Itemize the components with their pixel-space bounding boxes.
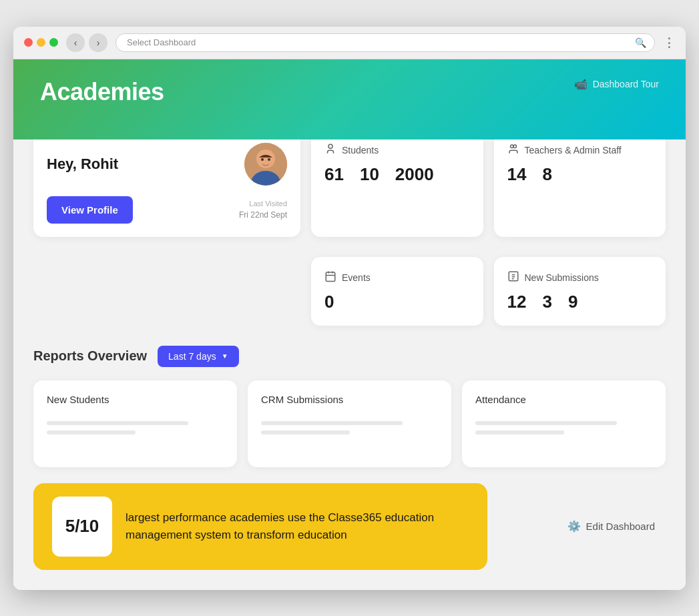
reports-section: Reports Overview Last 7 days ▼ New Stude…: [33, 346, 666, 467]
submissions-title: New Submissions: [525, 272, 599, 283]
students-header: Students: [324, 143, 470, 158]
search-icon: 🔍: [635, 37, 646, 48]
events-num-1: 0: [324, 292, 334, 312]
browser-window: ‹ › Select Dashboard 🔍 ⋮ Academies 📹 Das…: [13, 27, 686, 590]
svg-point-4: [261, 158, 264, 161]
close-button[interactable]: [24, 38, 33, 47]
svg-rect-9: [326, 272, 335, 282]
submissions-icon: [507, 270, 519, 285]
skeleton-line: [47, 430, 136, 434]
svg-point-8: [513, 145, 517, 148]
submissions-numbers: 12 3 9: [507, 292, 653, 312]
students-num-1: 61: [324, 164, 344, 185]
browser-chrome: ‹ › Select Dashboard 🔍 ⋮: [13, 27, 686, 59]
forward-button[interactable]: ›: [89, 33, 107, 52]
students-num-3: 2000: [395, 164, 434, 185]
app-body: Hey, Rohit: [13, 139, 686, 590]
gear-icon: ⚙️: [567, 520, 581, 533]
last-visited-date: Fri 22nd Sept: [239, 209, 287, 221]
profile-top: Hey, Rohit: [47, 143, 287, 186]
skeleton-line: [475, 430, 564, 434]
profile-bottom: View Profile Last Visited Fri 22nd Sept: [47, 196, 287, 224]
skeleton-lines-2: [261, 421, 438, 434]
bottom-section: 5/10 largest performance academies use t…: [33, 483, 666, 570]
students-title: Students: [342, 145, 379, 156]
avatar: [244, 143, 287, 186]
attendance-report-card: Attendance: [462, 380, 666, 467]
second-cards-row: Events 0: [33, 257, 666, 326]
chevron-down-icon: ▼: [222, 352, 228, 360]
skeleton-lines-1: [47, 421, 224, 434]
score-value: 5/10: [65, 516, 99, 537]
reports-title: Reports Overview: [33, 348, 147, 364]
reports-header: Reports Overview Last 7 days ▼: [33, 346, 666, 367]
skeleton-line: [475, 421, 617, 425]
skeleton-line: [47, 421, 188, 425]
events-icon: [324, 270, 336, 285]
svg-point-3: [258, 151, 274, 167]
new-students-report-card: New Students: [33, 380, 237, 467]
skeleton-lines-3: [475, 421, 652, 434]
edit-dashboard-button[interactable]: ⚙️ Edit Dashboard: [557, 513, 666, 539]
view-profile-button[interactable]: View Profile: [47, 196, 133, 224]
period-label: Last 7 days: [168, 351, 216, 362]
submissions-header: New Submissions: [507, 270, 653, 285]
banner-text: largest performance academies use the Cl…: [126, 509, 469, 543]
students-num-2: 10: [360, 164, 379, 185]
cards-row: Hey, Rohit: [33, 129, 666, 237]
skeleton-line: [261, 421, 403, 425]
report-cards-row: New Students CRM Submissions: [33, 380, 666, 467]
attendance-title: Attendance: [475, 394, 652, 405]
last-visited-label: Last Visited: [239, 198, 287, 210]
teachers-card: Teachers & Admin Staff 14 8: [494, 129, 666, 237]
address-text: Select Dashboard: [127, 37, 196, 47]
minimize-button[interactable]: [37, 38, 45, 47]
svg-point-6: [328, 144, 332, 148]
crm-submissions-title: CRM Submissions: [261, 394, 438, 405]
app-header: Academies 📹 Dashboard Tour: [13, 59, 686, 139]
address-bar[interactable]: Select Dashboard 🔍: [115, 33, 655, 52]
nav-buttons: ‹ ›: [66, 33, 107, 52]
events-card: Events 0: [311, 257, 483, 326]
new-students-title: New Students: [47, 394, 224, 405]
submissions-num-2: 3: [542, 292, 551, 312]
submissions-card: New Submissions 12 3 9: [494, 257, 666, 326]
teachers-icon: [507, 143, 519, 158]
teachers-numbers: 14 8: [507, 164, 653, 185]
events-header: Events: [324, 270, 470, 285]
skeleton-line: [261, 430, 350, 434]
profile-name: Hey, Rohit: [47, 156, 118, 173]
crm-submissions-report-card: CRM Submissions: [248, 380, 451, 467]
traffic-lights: [24, 38, 58, 47]
submissions-num-3: 9: [568, 292, 577, 312]
teachers-title: Teachers & Admin Staff: [525, 145, 622, 156]
video-icon: 📹: [574, 78, 588, 91]
teachers-num-1: 14: [507, 164, 527, 185]
teachers-num-2: 8: [542, 164, 551, 185]
students-card: Students 61 10 2000: [311, 129, 483, 237]
student-icon: [324, 143, 336, 158]
app-content: Academies 📹 Dashboard Tour Hey, Rohit: [13, 59, 686, 590]
dashboard-tour-button[interactable]: 📹 Dashboard Tour: [574, 78, 659, 91]
yellow-banner: 5/10 largest performance academies use t…: [33, 483, 487, 570]
last-visited-info: Last Visited Fri 22nd Sept: [239, 198, 287, 222]
edit-dashboard-label: Edit Dashboard: [586, 521, 655, 532]
students-numbers: 61 10 2000: [324, 164, 470, 185]
profile-card: Hey, Rohit: [33, 129, 300, 237]
events-numbers: 0: [324, 292, 470, 312]
back-button[interactable]: ‹: [66, 33, 85, 52]
dashboard-tour-label: Dashboard Tour: [593, 79, 659, 89]
period-dropdown[interactable]: Last 7 days ▼: [158, 346, 239, 367]
score-box: 5/10: [52, 497, 112, 557]
teachers-header: Teachers & Admin Staff: [507, 143, 653, 158]
maximize-button[interactable]: [49, 38, 58, 47]
browser-menu-button[interactable]: ⋮: [663, 35, 675, 50]
svg-point-5: [268, 158, 270, 161]
page-title: Academies: [40, 78, 164, 106]
submissions-num-1: 12: [507, 292, 527, 312]
events-title: Events: [342, 272, 371, 283]
